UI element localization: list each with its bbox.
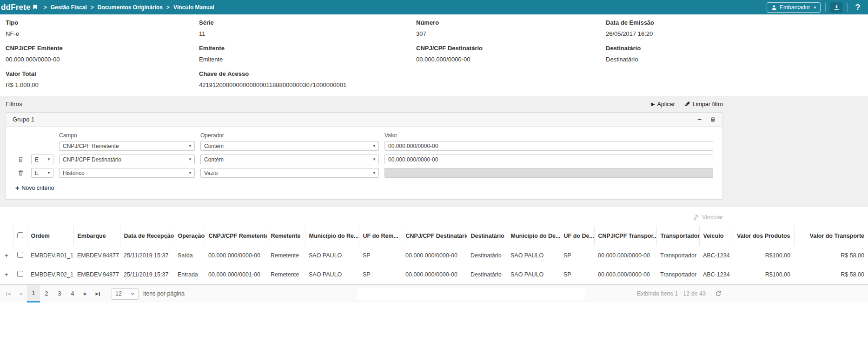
detail-field: CNPJ/CPF Emitente 00.000.000/0000-00 (6, 45, 199, 63)
breadcrumb-item-documentos-originarios[interactable]: Documentos Originários (98, 4, 163, 11)
column-header-cnpj-transportador[interactable]: CNPJ/CPF Transpor... (594, 226, 656, 246)
detail-field-value: NF-e (6, 30, 199, 37)
column-header-valor-produtos[interactable]: Valor dos Produtos (731, 226, 794, 246)
detail-field-value: R$ 1.000,00 (6, 81, 199, 88)
row-expand-button[interactable]: + (5, 271, 8, 278)
download-button[interactable] (830, 2, 842, 13)
topbar-divider (825, 3, 826, 12)
chevron-down-icon: ▼ (188, 171, 192, 175)
column-header-uf-destinatario[interactable]: UF do De... (560, 226, 594, 246)
checkbox-cell (13, 246, 27, 265)
app-logo[interactable]: ddFrete (1, 3, 38, 12)
delete-criteria-button[interactable] (15, 156, 26, 162)
topbar: ddFrete > Gestão Fiscal > Documentos Ori… (0, 0, 868, 14)
collapse-group-button[interactable]: − (697, 116, 702, 123)
valor-input[interactable] (384, 155, 713, 164)
new-criteria-label: Novo critério (21, 185, 54, 191)
help-button[interactable]: ? (852, 2, 863, 13)
operador-select[interactable]: Contém ▼ (200, 141, 379, 151)
breadcrumb-item-vinculo-manual[interactable]: Vínculo Manual (173, 4, 214, 11)
valor-input[interactable] (384, 141, 713, 151)
campo-select[interactable]: CNPJ/CPF Destinatário ▼ (59, 155, 195, 164)
last-page-button[interactable]: ▶ (92, 285, 104, 303)
operador-select[interactable]: Vazio ▼ (200, 168, 379, 178)
campo-select[interactable]: Histórico ▼ (59, 168, 195, 178)
column-header-valor-transporte[interactable]: Valor do Transporte (794, 226, 868, 246)
plus-icon: + (15, 184, 19, 192)
chevron-down-icon: ▾ (814, 5, 816, 10)
grid-cell-transportador: Transportador (656, 246, 699, 265)
filter-group-tools: − (697, 116, 716, 123)
user-icon (771, 5, 777, 10)
column-header-destinatario[interactable]: Destinatário (467, 226, 507, 246)
grid-cell-cnpj-transportador: 00.000.000/0000-00 (594, 265, 656, 284)
detail-field-label: Tipo (6, 19, 199, 26)
grid-cell-ordem: EMBDEV.R01_13 (27, 246, 73, 265)
chevron-down-icon: ▼ (47, 157, 51, 161)
download-icon (833, 4, 840, 11)
select-all-checkbox[interactable] (17, 232, 23, 238)
column-header-operacao[interactable]: Operação (174, 226, 205, 246)
grid-cell-remetente: Remetente (267, 265, 305, 284)
filter-row: CNPJ/CPF Remetente ▼ Contém ▼ (15, 141, 713, 151)
plus-icon: + (5, 252, 8, 259)
conjunction-select[interactable]: E ▼ (31, 168, 53, 178)
campo-select[interactable]: CNPJ/CPF Remetente ▼ (59, 141, 195, 151)
breadcrumb-item-gestao-fiscal[interactable]: Gestão Fiscal (51, 4, 87, 11)
next-page-button[interactable]: ▶ (79, 285, 92, 303)
detail-field-value: 307 (416, 30, 606, 37)
clear-filter-button[interactable]: Limpar filtro (684, 101, 723, 108)
page-button-3[interactable]: 3 (53, 285, 66, 303)
column-header-cnpj-destinatario[interactable]: CNPJ/CPF Destinatário (402, 226, 467, 246)
detail-field-value: Emitente (199, 56, 416, 63)
column-header-transportador[interactable]: Transportador (656, 226, 699, 246)
page-button-4[interactable]: 4 (66, 285, 79, 303)
column-header-cnpj-remetente[interactable]: CNPJ/CPF Remetente (205, 226, 267, 246)
grid-cell-uf-destinatario: SP (560, 265, 594, 284)
row-checkbox[interactable] (17, 271, 23, 277)
column-header-veiculo[interactable]: Veículo (699, 226, 731, 246)
link-icon (693, 214, 699, 221)
new-criteria-button[interactable]: + Novo critério (15, 184, 54, 192)
grid-cell-data-recepcao: 25/11/2019 15:37 (120, 265, 174, 284)
first-page-button[interactable]: ◀ (2, 285, 14, 303)
detail-field-label: Número (416, 19, 606, 26)
page-size-value: 12 (115, 290, 122, 297)
grid-cell-ordem: EMBDEV.R02_13 (27, 265, 73, 284)
expand-cell: + (0, 246, 13, 265)
column-header-remetente[interactable]: Remetente (267, 226, 305, 246)
breadcrumb-separator: > (91, 4, 94, 11)
row-expand-button[interactable]: + (5, 252, 8, 259)
page-size-select[interactable]: 12 (112, 288, 139, 300)
page-button-1[interactable]: 1 (27, 285, 40, 303)
column-header-ordem[interactable]: Ordem (27, 226, 73, 246)
column-header-municipio-destinatario[interactable]: Município do De... (507, 226, 560, 246)
column-header-embarque[interactable]: Embarque (73, 226, 120, 246)
vincular-button[interactable]: Vincular (693, 214, 723, 221)
delete-group-button[interactable] (710, 116, 716, 122)
conjunction-select[interactable]: E ▼ (31, 155, 53, 164)
page-button-2[interactable]: 2 (40, 285, 53, 303)
expand-column-header (0, 226, 13, 246)
chevron-down-icon: ▼ (47, 171, 51, 175)
grid-cell-embarque: EMBDEV.94877 (73, 246, 120, 265)
minus-icon: − (697, 115, 702, 123)
apply-filter-label: Aplicar (657, 101, 675, 108)
breadcrumb-separator: > (166, 4, 170, 11)
refresh-button[interactable] (715, 290, 722, 297)
grid-cell-cnpj-destinatario: 00.000.000/0000-00 (402, 246, 467, 265)
previous-page-button[interactable]: ◀ (14, 285, 27, 303)
grid-horizontal-scrollbar[interactable] (357, 288, 585, 300)
eraser-icon (684, 101, 690, 107)
user-menu-button[interactable]: Embarcador ▾ (767, 2, 821, 13)
apply-filter-button[interactable]: ▶ Aplicar (651, 101, 675, 108)
delete-criteria-button[interactable] (15, 170, 26, 176)
grid-cell-valor-produtos: R$100,00 (731, 246, 794, 265)
column-header-data-recepcao[interactable]: Data de Recepção (120, 226, 174, 246)
operador-select[interactable]: Contém ▼ (200, 155, 379, 164)
filter-group-panel: Grupo 1 − Campo Operador Valor CNPJ/CPF … (6, 112, 723, 200)
detail-field: Chave de Acesso 421912000000000000001188… (199, 70, 416, 88)
row-checkbox[interactable] (17, 252, 23, 258)
column-header-uf-remetente[interactable]: UF do Rem... (359, 226, 402, 246)
column-header-municipio-remetente[interactable]: Município do Re... (305, 226, 359, 246)
